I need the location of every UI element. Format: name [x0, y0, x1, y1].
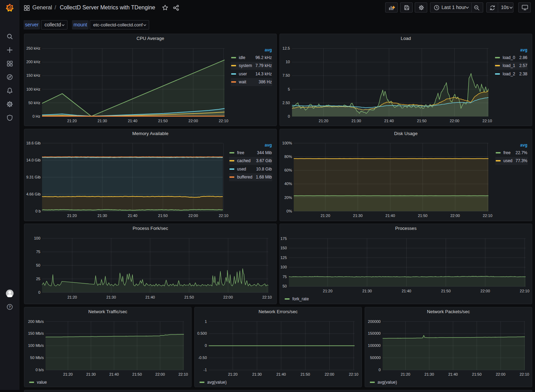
svg-text:100: 100	[34, 236, 40, 240]
svg-text:?: ?	[9, 305, 11, 309]
svg-text:21:50: 21:50	[472, 372, 482, 376]
svg-text:22:00: 22:00	[223, 295, 233, 299]
svg-text:21:30: 21:30	[97, 214, 107, 218]
svg-text:22:10: 22:10	[219, 119, 228, 123]
svg-text:150000: 150000	[368, 331, 381, 335]
svg-text:22:10: 22:10	[178, 372, 188, 376]
svg-text:50000: 50000	[370, 356, 381, 360]
svg-text:150 Mb/s: 150 Mb/s	[28, 331, 44, 335]
svg-text:150 kHz: 150 kHz	[26, 73, 40, 77]
svg-text:175: 175	[281, 236, 287, 241]
svg-text:0%: 0%	[286, 209, 292, 213]
svg-text:200 kHz: 200 kHz	[26, 60, 40, 64]
svg-text:21:20: 21:20	[401, 372, 411, 376]
svg-text:22:10: 22:10	[262, 295, 272, 299]
svg-text:21:40: 21:40	[145, 295, 155, 299]
svg-text:10: 10	[286, 60, 290, 64]
svg-text:0: 0	[38, 290, 40, 294]
svg-text:21:20: 21:20	[228, 372, 238, 376]
svg-text:21:30: 21:30	[97, 119, 107, 123]
svg-text:21:20: 21:20	[67, 295, 77, 299]
svg-text:100 kHz: 100 kHz	[26, 87, 40, 91]
svg-text:2.50: 2.50	[283, 101, 290, 105]
svg-text:75: 75	[36, 250, 40, 254]
svg-text:75: 75	[283, 275, 287, 279]
svg-text:21:20: 21:20	[63, 372, 73, 376]
svg-text:21:30: 21:30	[106, 295, 116, 299]
svg-text:21:40: 21:40	[402, 289, 411, 293]
svg-text:21:30: 21:30	[351, 119, 361, 123]
svg-text:21:30: 21:30	[86, 372, 96, 376]
svg-text:21:40: 21:40	[128, 214, 138, 218]
svg-text:200 Mb/s: 200 Mb/s	[28, 319, 44, 324]
svg-text:100%: 100%	[282, 141, 292, 145]
svg-text:22:10: 22:10	[520, 372, 529, 376]
svg-text:12.5: 12.5	[283, 46, 290, 50]
svg-text:21:50: 21:50	[158, 119, 168, 123]
svg-text:7.50: 7.50	[283, 73, 290, 77]
svg-text:22:00: 22:00	[496, 372, 505, 376]
svg-text:22:10: 22:10	[483, 119, 492, 123]
svg-text:200000: 200000	[368, 319, 381, 324]
svg-text:21:30: 21:30	[252, 372, 262, 376]
svg-text:22:00: 22:00	[155, 372, 165, 376]
svg-text:4.66 Gib: 4.66 Gib	[26, 192, 41, 196]
svg-text:21:20: 21:20	[67, 214, 77, 218]
svg-text:50: 50	[36, 263, 40, 267]
svg-text:22:00: 22:00	[325, 372, 334, 376]
svg-text:50 kHz: 50 kHz	[29, 101, 40, 105]
svg-text:20%: 20%	[284, 195, 292, 200]
svg-text:250 kHz: 250 kHz	[26, 46, 40, 50]
svg-text:9.31 Gib: 9.31 Gib	[26, 175, 41, 179]
svg-text:0: 0	[205, 343, 207, 348]
svg-text:22:10: 22:10	[219, 214, 228, 218]
svg-text:21:30: 21:30	[362, 289, 372, 293]
svg-text:21:40: 21:40	[384, 119, 394, 123]
svg-text:0 Hz: 0 Hz	[32, 114, 40, 118]
svg-text:21:50: 21:50	[417, 119, 427, 123]
svg-text:22:00: 22:00	[480, 289, 490, 293]
svg-text:21:40: 21:40	[128, 119, 138, 123]
svg-text:100 Mb/s: 100 Mb/s	[28, 343, 44, 348]
svg-text:21:30: 21:30	[353, 214, 363, 218]
svg-text:0: 0	[288, 114, 290, 118]
svg-text:21:40: 21:40	[386, 214, 395, 218]
svg-text:-1: -1	[203, 368, 207, 372]
svg-text:22:00: 22:00	[450, 119, 460, 123]
svg-text:21:50: 21:50	[158, 214, 168, 218]
svg-text:21:50: 21:50	[300, 372, 310, 376]
svg-text:100000: 100000	[368, 343, 381, 348]
svg-text:21:50: 21:50	[132, 372, 142, 376]
svg-text:21:20: 21:20	[321, 214, 330, 218]
svg-text:5: 5	[288, 87, 290, 91]
svg-text:22:00: 22:00	[450, 214, 460, 218]
svg-text:21:40: 21:40	[109, 372, 119, 376]
svg-text:21:40: 21:40	[448, 372, 458, 376]
svg-text:50: 50	[283, 284, 287, 288]
svg-text:80%: 80%	[284, 155, 292, 159]
svg-text:22:10: 22:10	[349, 372, 358, 376]
svg-text:60%: 60%	[284, 168, 292, 172]
svg-text:22:00: 22:00	[188, 214, 198, 218]
svg-text:1: 1	[205, 319, 207, 324]
svg-text:22:00: 22:00	[188, 119, 198, 123]
svg-text:40%: 40%	[284, 182, 292, 186]
svg-text:50 Mb/s: 50 Mb/s	[30, 356, 44, 360]
svg-text:21:50: 21:50	[441, 289, 451, 293]
svg-text:21:20: 21:20	[323, 289, 333, 293]
svg-text:21:20: 21:20	[319, 119, 329, 123]
svg-text:150: 150	[281, 246, 287, 250]
svg-text:0 b: 0 b	[35, 209, 41, 213]
svg-text:21:20: 21:20	[67, 119, 77, 123]
svg-text:21:30: 21:30	[424, 372, 434, 376]
svg-text:125: 125	[281, 256, 287, 260]
svg-text:0 b/s: 0 b/s	[35, 368, 44, 372]
svg-text:25: 25	[36, 277, 40, 281]
svg-text:-0.50: -0.50	[198, 356, 207, 360]
svg-text:100: 100	[281, 265, 287, 269]
svg-text:21:40: 21:40	[276, 372, 286, 376]
svg-text:21:50: 21:50	[418, 214, 428, 218]
svg-text:14.0 Gib: 14.0 Gib	[26, 158, 41, 162]
svg-text:0.500: 0.500	[197, 331, 207, 335]
svg-text:21:50: 21:50	[184, 295, 194, 299]
